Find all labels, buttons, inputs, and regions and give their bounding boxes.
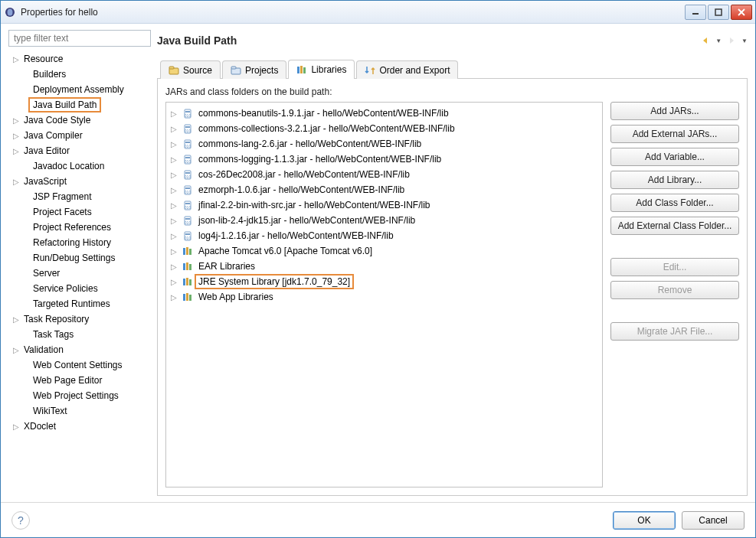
- cancel-button[interactable]: Cancel: [682, 511, 745, 530]
- tree-item-resource[interactable]: ▷Resource: [8, 51, 151, 67]
- tree-item-project-references[interactable]: Project References: [8, 220, 151, 235]
- add-jars-button[interactable]: Add JARs...: [610, 102, 739, 120]
- tree-item-refactoring-history[interactable]: Refactoring History: [8, 235, 151, 250]
- tree-item-web-project-settings[interactable]: Web Project Settings: [8, 388, 151, 403]
- library-item[interactable]: ▷010cos-26Dec2008.jar - hello/WebContent…: [169, 167, 599, 182]
- tree-item-label: Web Page Editor: [30, 374, 106, 386]
- svg-rect-26: [185, 172, 190, 174]
- tabs: SourceProjectsLibrariesOrder and Export: [157, 59, 748, 79]
- tree-item-task-repository[interactable]: ▷Task Repository: [8, 311, 151, 327]
- back-button[interactable]: [700, 35, 711, 46]
- migrate-jar-button: Migrate JAR File...: [610, 322, 739, 341]
- add-library-button[interactable]: Add Library...: [610, 171, 739, 189]
- expand-icon[interactable]: ▷: [11, 346, 21, 354]
- expand-icon[interactable]: ▷: [169, 217, 178, 225]
- tree-item-service-policies[interactable]: Service Policies: [8, 281, 151, 296]
- tree-item-label: Resource: [21, 53, 66, 65]
- tree-item-builders[interactable]: Builders: [8, 67, 151, 82]
- expand-icon[interactable]: ▷: [11, 178, 21, 186]
- minimize-button[interactable]: [685, 5, 706, 20]
- expand-icon[interactable]: ▷: [11, 132, 21, 140]
- maximize-button[interactable]: [708, 5, 729, 20]
- library-item[interactable]: ▷Web App Libraries: [169, 289, 599, 305]
- library-label: commons-lang-2.6.jar - hello/WebContent/…: [197, 139, 423, 149]
- nav-arrows: ▼ ▼: [700, 35, 748, 46]
- tab-order-and-export[interactable]: Order and Export: [356, 60, 458, 79]
- expand-icon[interactable]: ▷: [169, 201, 178, 210]
- library-item[interactable]: ▷Apache Tomcat v6.0 [Apache Tomcat v6.0]: [169, 243, 599, 259]
- library-item[interactable]: ▷EAR Libraries: [169, 259, 599, 274]
- add-class-folder-button[interactable]: Add Class Folder...: [610, 194, 739, 212]
- expand-icon[interactable]: ▷: [11, 116, 21, 125]
- eclipse-icon: [4, 6, 16, 18]
- svg-rect-14: [185, 111, 190, 112]
- add-variable-button[interactable]: Add Variable...: [610, 148, 739, 166]
- jar-icon: 010: [182, 214, 194, 227]
- expand-icon[interactable]: ▷: [169, 247, 178, 256]
- help-button[interactable]: ?: [11, 511, 30, 530]
- library-label: JRE System Library [jdk1.7.0_79_32]: [197, 276, 352, 287]
- tree-item-deployment-assembly[interactable]: Deployment Assembly: [8, 82, 151, 97]
- expand-icon[interactable]: ▷: [11, 147, 21, 155]
- tree-item-targeted-runtimes[interactable]: Targeted Runtimes: [8, 296, 151, 311]
- ok-button[interactable]: OK: [613, 511, 676, 530]
- tree-item-run-debug-settings[interactable]: Run/Debug Settings: [8, 250, 151, 266]
- category-tree[interactable]: ▷ResourceBuildersDeployment AssemblyJava…: [8, 51, 151, 496]
- library-item[interactable]: ▷010log4j-1.2.16.jar - hello/WebContent/…: [169, 228, 599, 243]
- expand-icon[interactable]: ▷: [11, 422, 21, 431]
- expand-icon[interactable]: ▷: [169, 171, 178, 179]
- svg-rect-48: [189, 279, 191, 285]
- svg-text:010: 010: [185, 205, 191, 210]
- tree-item-project-facets[interactable]: Project Facets: [8, 204, 151, 220]
- expand-icon[interactable]: ▷: [169, 278, 178, 286]
- library-item[interactable]: ▷010commons-logging-1.1.3.jar - hello/We…: [169, 152, 599, 167]
- tree-item-jsp-fragment[interactable]: JSP Fragment: [8, 189, 151, 204]
- tree-item-task-tags[interactable]: Task Tags: [8, 327, 151, 342]
- forward-dropdown-icon[interactable]: ▼: [741, 37, 748, 44]
- tab-source[interactable]: Source: [160, 60, 221, 79]
- jar-icon: 010: [182, 107, 194, 119]
- tree-item-java-compiler[interactable]: ▷Java Compiler: [8, 128, 151, 143]
- back-dropdown-icon[interactable]: ▼: [715, 37, 722, 44]
- tree-item-javascript[interactable]: ▷JavaScript: [8, 174, 151, 189]
- tree-item-xdoclet[interactable]: ▷XDoclet: [8, 419, 151, 434]
- filter-input[interactable]: [8, 30, 151, 47]
- expand-icon[interactable]: ▷: [169, 186, 178, 194]
- library-item[interactable]: ▷010commons-lang-2.6.jar - hello/WebCont…: [169, 136, 599, 152]
- tree-item-java-build-path[interactable]: Java Build Path: [8, 97, 151, 112]
- library-icon: [182, 260, 194, 272]
- expand-icon[interactable]: ▷: [11, 315, 21, 324]
- expand-icon[interactable]: ▷: [169, 155, 178, 164]
- add-external-jars-button[interactable]: Add External JARs...: [610, 125, 739, 143]
- expand-icon[interactable]: ▷: [169, 293, 178, 302]
- library-item[interactable]: ▷010ezmorph-1.0.6.jar - hello/WebContent…: [169, 182, 599, 197]
- library-item[interactable]: ▷010jfinal-2.2-bin-with-src.jar - hello/…: [169, 197, 599, 213]
- library-item[interactable]: ▷JRE System Library [jdk1.7.0_79_32]: [169, 274, 599, 289]
- expand-icon[interactable]: ▷: [169, 125, 178, 133]
- tree-item-validation[interactable]: ▷Validation: [8, 342, 151, 357]
- tree-item-web-page-editor[interactable]: Web Page Editor: [8, 373, 151, 388]
- tab-label: Source: [183, 65, 212, 76]
- add-external-class-folder-button[interactable]: Add External Class Folder...: [610, 217, 739, 235]
- tree-item-web-content-settings[interactable]: Web Content Settings: [8, 357, 151, 373]
- tree-item-wikitext[interactable]: WikiText: [8, 403, 151, 419]
- window-controls: [683, 5, 752, 20]
- expand-icon[interactable]: ▷: [11, 55, 21, 64]
- tab-libraries[interactable]: Libraries: [288, 60, 355, 79]
- tab-projects[interactable]: Projects: [222, 60, 286, 79]
- library-item[interactable]: ▷010json-lib-2.4-jdk15.jar - hello/WebCo…: [169, 213, 599, 228]
- tree-item-server[interactable]: Server: [8, 266, 151, 281]
- library-item[interactable]: ▷010commons-beanutils-1.9.1.jar - hello/…: [169, 106, 599, 121]
- tree-item-label: Builders: [30, 68, 69, 80]
- tree-item-java-editor[interactable]: ▷Java Editor: [8, 143, 151, 158]
- expand-icon[interactable]: ▷: [169, 232, 178, 240]
- library-list[interactable]: ▷010commons-beanutils-1.9.1.jar - hello/…: [165, 102, 603, 487]
- tree-item-java-code-style[interactable]: ▷Java Code Style: [8, 112, 151, 128]
- svg-rect-29: [185, 187, 190, 189]
- expand-icon[interactable]: ▷: [169, 109, 178, 118]
- library-item[interactable]: ▷010commons-collections-3.2.1.jar - hell…: [169, 121, 599, 136]
- expand-icon[interactable]: ▷: [169, 262, 178, 271]
- expand-icon[interactable]: ▷: [169, 140, 178, 148]
- tree-item-javadoc-location[interactable]: Javadoc Location: [8, 158, 151, 174]
- close-button[interactable]: [731, 5, 752, 20]
